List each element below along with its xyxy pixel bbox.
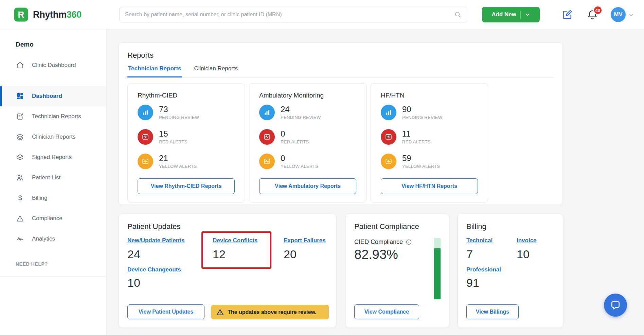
sidebar-item-patient-list[interactable]: Patient List <box>0 168 106 188</box>
view-ambulatory-reports-button[interactable]: View Ambulatory Reports <box>259 178 356 194</box>
red-alerts-icon <box>381 129 396 145</box>
pending-review-icon <box>381 105 396 120</box>
red-alerts-stat: 11 RED ALERTS <box>381 129 478 145</box>
billing-invoice-value: 10 <box>517 247 530 261</box>
add-new-divider <box>520 11 521 19</box>
pending-review-icon <box>259 105 275 120</box>
view-compliance-button[interactable]: View Compliance <box>354 304 419 319</box>
updates-warning-banner: The updates above require review. <box>211 305 329 319</box>
sidebar-item-label: Patient List <box>32 174 60 181</box>
sidebar-item-label: Technician Reports <box>32 113 81 120</box>
stat-value: 0 <box>281 129 309 138</box>
compose-icon <box>561 9 573 20</box>
add-new-button[interactable]: Add New <box>482 7 540 22</box>
report-card-title: Rhythm-CIED <box>138 92 235 99</box>
info-icon[interactable] <box>406 239 412 245</box>
cied-compliance-value: 82.93% <box>354 247 398 262</box>
warning-icon <box>216 308 224 316</box>
device-conflicts-link[interactable]: Device Conflicts <box>213 237 257 244</box>
notifications-button[interactable]: 40 <box>587 9 598 20</box>
sidebar-item-analytics[interactable]: Analytics <box>0 229 106 249</box>
technician-reports-icon <box>16 112 24 121</box>
yellow-alerts-icon <box>259 154 275 169</box>
avatar[interactable]: MV <box>611 7 626 22</box>
stat-label: RED ALERTS <box>159 139 187 144</box>
stat-label: PENDING REVIEW <box>159 115 199 120</box>
cied-compliance-label-row: CIED Compliance <box>354 239 412 246</box>
view-hf-htn-reports-button[interactable]: View HF/HTN Reports <box>381 178 478 194</box>
need-help-label[interactable]: NEED HELP? <box>16 261 106 267</box>
stat-value: 11 <box>402 129 431 138</box>
add-new-label: Add New <box>491 11 516 18</box>
billing-invoice-link[interactable]: Invoice <box>517 237 537 244</box>
new-update-patients-link[interactable]: New/Update Patients <box>127 237 184 244</box>
stat-label: YELLOW ALERTS <box>159 164 197 169</box>
sidebar-item-compliance[interactable]: Compliance <box>0 208 106 229</box>
tab-technician-reports[interactable]: Technician Reports <box>127 65 182 77</box>
notification-badge: 40 <box>593 6 602 15</box>
billing-technical-link[interactable]: Technical <box>466 237 493 244</box>
reports-card: Reports Technician Reports Clinician Rep… <box>119 42 563 205</box>
billing-professional-link[interactable]: Professional <box>466 266 501 273</box>
tab-clinician-reports[interactable]: Clinician Reports <box>194 65 239 77</box>
export-failures-link[interactable]: Export Failures <box>284 237 326 244</box>
avatar-chevron-icon[interactable] <box>628 12 634 18</box>
dashboard-icon <box>16 92 24 101</box>
stat-value: 73 <box>159 105 199 113</box>
search-icon[interactable] <box>454 11 462 18</box>
top-bar: R Rhythm360 Add New 40 MV <box>0 0 644 29</box>
sidebar-item-signed-reports[interactable]: Signed Reports <box>0 147 106 168</box>
view-patient-updates-button[interactable]: View Patient Updates <box>127 304 204 319</box>
chevron-down-icon <box>525 12 530 17</box>
sidebar-item-clinician-reports[interactable]: Clinician Reports <box>0 127 106 147</box>
sidebar-item-billing[interactable]: Billing <box>0 188 106 208</box>
pending-review-stat: 90 PENDING REVIEW <box>381 105 478 120</box>
view-billings-button[interactable]: View Billings <box>466 304 519 319</box>
stat-value: 59 <box>402 154 440 162</box>
yellow-alerts-stat: 21 YELLOW ALERTS <box>138 154 235 169</box>
compose-button[interactable] <box>561 9 573 20</box>
stat-label: RED ALERTS <box>281 139 309 144</box>
sidebar-item-clinic-dashboard[interactable]: Clinic Dashboard <box>0 57 106 73</box>
svg-text:R: R <box>18 10 24 20</box>
red-alerts-icon <box>138 129 153 145</box>
billing-professional-value: 91 <box>466 276 479 290</box>
brand[interactable]: R Rhythm360 <box>14 7 82 22</box>
sidebar-item-label: Clinic Dashboard <box>32 62 76 69</box>
search-input[interactable] <box>125 12 454 18</box>
stat-label: RED ALERTS <box>402 139 431 144</box>
chat-launcher-button[interactable] <box>604 294 627 317</box>
sidebar-item-dashboard[interactable]: Dashboard <box>0 86 106 106</box>
patient-updates-body: New/Update Patients 24 Device Conflicts … <box>119 214 336 328</box>
report-card-title: HF/HTN <box>381 92 478 99</box>
sidebar-item-label: Dashboard <box>32 93 62 100</box>
billing-icon <box>16 194 24 202</box>
yellow-alerts-stat: 0 YELLOW ALERTS <box>259 154 356 169</box>
yellow-alerts-icon <box>138 154 153 169</box>
red-alerts-icon <box>259 129 275 145</box>
reports-title: Reports <box>127 51 554 60</box>
stat-value: 0 <box>281 154 318 162</box>
billing-title: Billing <box>466 222 563 231</box>
stat-label: YELLOW ALERTS <box>402 164 440 169</box>
red-alerts-stat: 15 RED ALERTS <box>138 129 235 145</box>
sidebar-item-label: Billing <box>32 195 47 201</box>
device-changeouts-link[interactable]: Device Changeouts <box>127 266 181 273</box>
sidebar-item-label: Clinician Reports <box>32 134 76 140</box>
stat-value: 90 <box>402 105 442 113</box>
view-rhythm-cied-reports-button[interactable]: View Rhythm-CIED Reports <box>138 178 235 194</box>
billing-technical-value: 7 <box>466 247 473 261</box>
sidebar-item-technician-reports[interactable]: Technician Reports <box>0 106 106 127</box>
sidebar-divider <box>0 79 106 79</box>
report-card-hf-htn: HF/HTN 90 PENDING REVIEW 11 <box>371 83 488 202</box>
avatar-initials: MV <box>614 11 623 18</box>
device-conflicts-value: 12 <box>213 247 226 261</box>
billing-card: Billing Technical 7 Invoice 10 Professio… <box>458 214 563 328</box>
brand-name: Rhythm360 <box>33 10 82 20</box>
sidebar-nav: Dashboard Technician Reports Clinician R… <box>0 86 106 249</box>
stat-value: 15 <box>159 129 187 138</box>
red-alerts-stat: 0 RED ALERTS <box>259 129 356 145</box>
home-icon <box>16 61 24 70</box>
stat-label: PENDING REVIEW <box>402 115 442 120</box>
patient-compliance-card: Patient Compliance CIED Compliance 82.93… <box>345 214 449 328</box>
